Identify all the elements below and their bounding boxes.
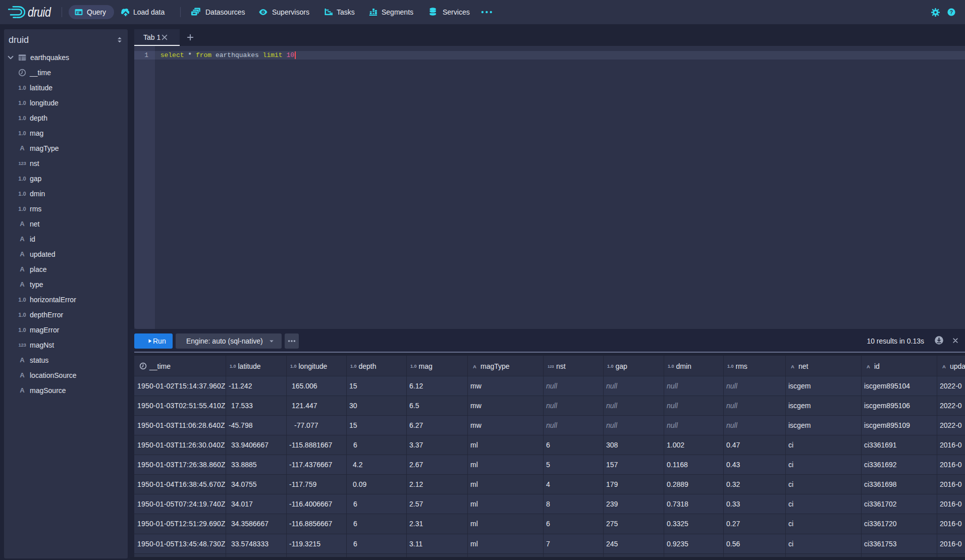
svg-text:?: ?: [950, 9, 953, 15]
